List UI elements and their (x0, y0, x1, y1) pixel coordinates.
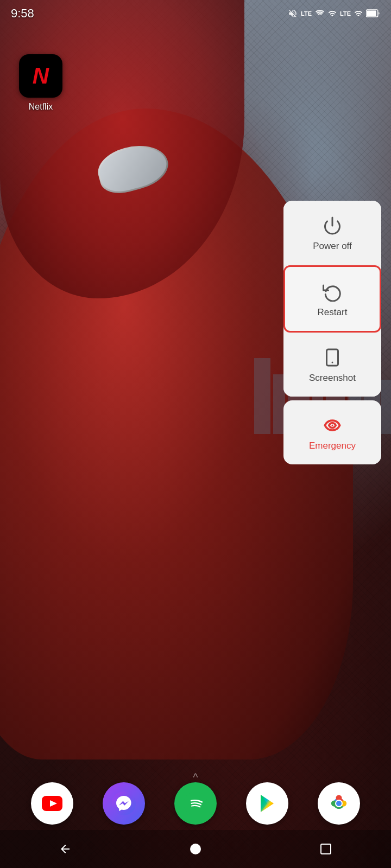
svg-point-8 (112, 792, 136, 815)
recents-icon (320, 844, 331, 854)
emergency-icon (323, 416, 342, 435)
svg-rect-1 (367, 10, 376, 16)
status-time: 9:58 (11, 7, 34, 21)
restart-label: Restart (318, 307, 348, 318)
wifi-scan-icon (315, 9, 325, 18)
svg-point-5 (332, 425, 333, 426)
power-off-icon (323, 216, 342, 235)
play-store-icon (256, 793, 278, 814)
power-menu-top-card: Power off Restart Screenshot (283, 201, 381, 397)
signal-icon (328, 9, 337, 18)
battery-icon (366, 9, 380, 18)
dock-youtube[interactable] (31, 782, 73, 825)
screenshot-icon (323, 348, 342, 367)
home-button[interactable] (182, 838, 209, 860)
chrome-icon (327, 792, 351, 815)
dock (0, 782, 391, 825)
screenshot-button[interactable]: Screenshot (283, 333, 381, 397)
emergency-label: Emergency (309, 441, 356, 451)
lte2-icon: LTE (340, 10, 351, 17)
svg-rect-20 (321, 844, 331, 854)
nav-bar (0, 830, 391, 868)
back-icon (59, 843, 72, 856)
home-icon (190, 843, 201, 855)
recents-button[interactable] (312, 838, 339, 860)
power-menu: Power off Restart Screenshot (283, 201, 381, 464)
emergency-button[interactable]: Emergency (283, 400, 381, 464)
dock-messenger[interactable] (103, 782, 145, 825)
screenshot-label: Screenshot (309, 373, 356, 384)
svg-point-19 (190, 844, 201, 854)
netflix-label: Netflix (29, 102, 53, 112)
svg-point-18 (336, 801, 342, 806)
netflix-app[interactable]: N Netflix (19, 54, 62, 112)
dock-chrome[interactable] (318, 782, 360, 825)
lte-icon: LTE (301, 10, 312, 17)
restart-button[interactable]: Restart (283, 265, 381, 333)
spotify-icon (184, 792, 207, 815)
emergency-card: Emergency (283, 400, 381, 464)
power-off-label: Power off (313, 241, 352, 252)
signal2-icon (354, 9, 363, 18)
status-icons: LTE LTE (288, 9, 380, 18)
dock-play-store[interactable] (246, 782, 288, 825)
dock-spotify[interactable] (174, 782, 217, 825)
restart-icon (323, 282, 342, 302)
youtube-icon (42, 796, 62, 811)
messenger-icon (112, 792, 136, 815)
netflix-icon: N (19, 54, 62, 98)
mute-icon (288, 9, 298, 18)
back-button[interactable] (52, 838, 79, 860)
status-bar: 9:58 LTE LTE (0, 0, 391, 27)
power-off-button[interactable]: Power off (283, 201, 381, 265)
